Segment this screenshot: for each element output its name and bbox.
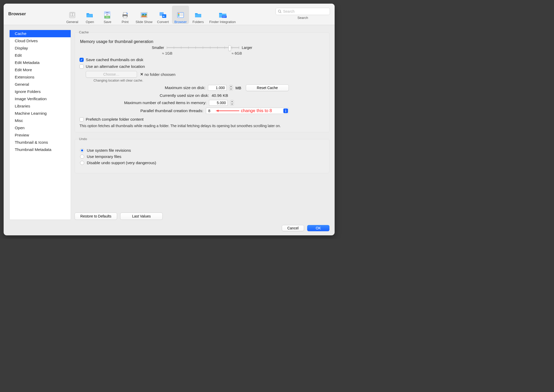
cancel-button[interactable]: Cancel <box>282 225 304 231</box>
convert-icon <box>159 11 167 19</box>
scale-high: ≈ 6GB <box>232 51 242 55</box>
cache-group: Cache Memory usage for thumbnail generat… <box>75 32 329 132</box>
choose-button[interactable]: Choose… <box>86 71 137 78</box>
preferences-window: Browser General Open TIFFJPGPNG Save <box>4 4 335 235</box>
memory-heading: Memory usage for thumbnail generation <box>80 39 325 44</box>
slider-thumb[interactable] <box>228 45 231 51</box>
sidebar-item-cloud-drives[interactable]: Cloud Drives <box>10 37 71 45</box>
sidebar-item-libraries[interactable]: Libraries <box>10 103 71 110</box>
undo-group: Undo Use system file revisions Use tempo… <box>75 139 329 173</box>
used-label: Currently used size on disk: <box>79 93 209 98</box>
save-disk-checkbox[interactable]: ✓ <box>80 58 84 62</box>
undo-group-title: Undo <box>78 137 88 141</box>
folder-ext-icon: EXT <box>218 11 227 19</box>
cache-group-title: Cache <box>78 30 89 34</box>
sidebar-item-edit-metadata[interactable]: Edit Metadata <box>10 59 71 66</box>
undo-opt2-label: Use temporary files <box>87 154 121 159</box>
printer-icon <box>121 11 129 19</box>
changing-note: Changing location will clear cache. <box>93 79 325 82</box>
sidebar-item-edit[interactable]: Edit <box>10 52 71 59</box>
svg-rect-15 <box>141 16 147 17</box>
sidebar-item-general[interactable]: General <box>10 81 71 88</box>
search-input[interactable]: Search <box>276 8 330 15</box>
last-values-button[interactable]: Last Values <box>120 213 163 220</box>
tab-finder-integration[interactable]: EXT Finder Integration <box>207 6 238 24</box>
threads-label: Parallel thumbnail creation threads: <box>79 108 203 113</box>
undo-radio-temp[interactable] <box>80 155 84 159</box>
sidebar-item-cache[interactable]: Cache <box>10 30 71 37</box>
svg-text:JPG: JPG <box>106 14 109 16</box>
undo-opt3-label: Disable undo support (very dangerous) <box>87 161 156 165</box>
tab-open[interactable]: Open <box>81 6 98 24</box>
undo-opt1-label: Use system file revisions <box>87 148 131 153</box>
svg-rect-24 <box>180 16 183 16</box>
undo-radio-system[interactable] <box>80 148 84 153</box>
no-folder-text: ✕ no folder choosen <box>140 72 175 77</box>
scale-low: ≈ 1GB <box>162 51 172 55</box>
tab-browser[interactable]: Browser <box>172 6 189 24</box>
sidebar-item-misc[interactable]: Misc <box>10 117 71 124</box>
svg-rect-20 <box>178 14 179 15</box>
max-items-label: Maximum number of cached items in memory… <box>79 100 206 105</box>
svg-rect-1 <box>70 13 72 16</box>
max-items-stepper[interactable]: ▲▼ <box>230 100 234 106</box>
memory-slider[interactable] <box>167 47 239 48</box>
undo-radio-disable[interactable] <box>80 161 84 165</box>
sidebar-item-edit-more[interactable]: Edit More <box>10 66 71 74</box>
image-icon <box>140 11 148 19</box>
prefetch-desc: This option fetches all thumbnails while… <box>80 124 325 128</box>
x-icon: ✕ <box>140 72 143 77</box>
sidebar-item-image-verification[interactable]: Image Verification <box>10 95 71 103</box>
alt-location-label: Use an alternative cache location <box>86 64 145 69</box>
sidebar-item-thumbnail-icons[interactable]: Thumbnail & Icons <box>10 139 71 146</box>
sidebar-item-preview[interactable]: Preview <box>10 132 71 139</box>
sidebar-item-machine-learning[interactable]: Machine Learning <box>10 110 71 117</box>
threads-select[interactable]: 8 change this to 8 ▲▼ <box>206 108 289 114</box>
tab-general[interactable]: General <box>64 6 81 24</box>
slider-smaller-label: Smaller <box>152 46 164 50</box>
svg-text:PNG: PNG <box>106 16 109 18</box>
browser-icon <box>176 11 185 19</box>
restore-defaults-button[interactable]: Restore to Defaults <box>75 213 117 220</box>
tab-save[interactable]: TIFFJPGPNG Save <box>99 6 116 24</box>
threads-value: 8 <box>208 109 210 113</box>
sidebar-item-thumbnail-metadata[interactable]: Thumbnail Metadata <box>10 146 71 153</box>
max-items-field[interactable]: 5.000 <box>209 100 228 106</box>
svg-rect-11 <box>123 16 127 18</box>
save-disk-label: Save cached thumbnails on disk <box>86 57 143 62</box>
footer: Cancel OK <box>4 223 335 235</box>
arrow-icon <box>216 111 239 111</box>
svg-text:EXT: EXT <box>222 16 226 18</box>
svg-line-28 <box>280 12 282 13</box>
svg-rect-2 <box>73 13 74 16</box>
svg-rect-23 <box>180 14 183 15</box>
sidebar[interactable]: Cache Cloud Drives Display Edit Edit Met… <box>9 30 71 220</box>
tab-convert[interactable]: Convert <box>154 6 171 24</box>
max-size-stepper[interactable]: ▲▼ <box>229 85 233 91</box>
window-title: Browser <box>8 11 26 17</box>
sidebar-item-ignore-folders[interactable]: Ignore Folders <box>10 88 71 95</box>
tab-folders[interactable]: Folders <box>190 6 207 24</box>
svg-rect-21 <box>178 16 179 17</box>
tab-slideshow[interactable]: Slide Show <box>134 6 154 24</box>
prefetch-label: Prefetch complete folder content <box>86 117 143 122</box>
chevron-updown-icon: ▲▼ <box>283 108 288 113</box>
alt-location-checkbox[interactable] <box>80 64 84 69</box>
svg-rect-10 <box>123 12 127 14</box>
sidebar-item-display[interactable]: Display <box>10 45 71 52</box>
svg-text:TIFF: TIFF <box>106 12 109 13</box>
ok-button[interactable]: OK <box>307 225 329 231</box>
search-label: Search <box>297 16 308 20</box>
sidebar-item-extensions[interactable]: Extensions <box>10 74 71 81</box>
search-icon <box>278 10 282 13</box>
max-size-unit: MB <box>235 86 243 90</box>
tab-print[interactable]: Print <box>117 6 134 24</box>
svg-rect-19 <box>178 13 179 14</box>
svg-point-27 <box>278 10 281 12</box>
switch-icon <box>68 11 76 19</box>
max-size-field[interactable]: 1.000 <box>208 85 227 91</box>
sidebar-item-open[interactable]: Open <box>10 124 71 132</box>
reset-cache-button[interactable]: Reset Cache <box>246 84 289 91</box>
prefetch-checkbox[interactable] <box>80 117 84 121</box>
svg-rect-22 <box>180 13 183 13</box>
